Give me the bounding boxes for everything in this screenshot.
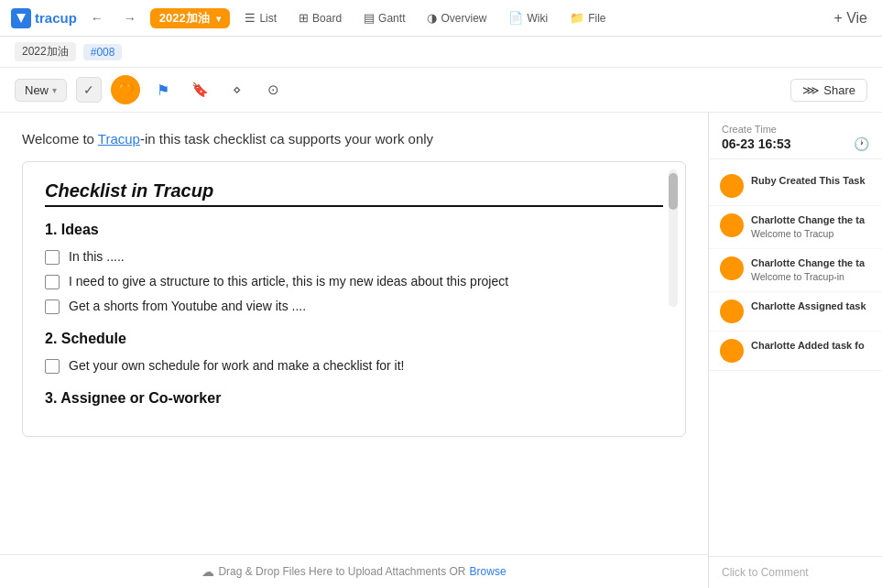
- activity-text-3: Charlotte Change the ta Welcome to Tracu…: [751, 256, 865, 284]
- activity-text-2: Charlotte Change the ta Welcome to Tracu…: [751, 213, 865, 241]
- file-icon: 📁: [570, 11, 584, 25]
- logo-text: tracup: [35, 10, 77, 26]
- activity-avatar-1: [720, 174, 744, 198]
- checklist-item-3: Get a shorts from Youtube and view its .…: [45, 299, 663, 314]
- tab-gantt[interactable]: ▤ Gantt: [356, 7, 412, 28]
- upload-text: Drag & Drop Files Here to Upload Attachm…: [218, 565, 465, 578]
- tab-board-label: Board: [312, 12, 342, 25]
- section-ideas-heading: 1. Ideas: [45, 222, 663, 238]
- back-button[interactable]: ←: [84, 5, 110, 31]
- checkbox-2[interactable]: [45, 275, 60, 289]
- checklist-item-3-text: Get a shorts from Youtube and view its .…: [69, 299, 306, 313]
- clock-icon[interactable]: 🕐: [854, 136, 869, 151]
- status-chevron-icon: ▾: [52, 85, 57, 95]
- activity-text-5: Charlotte Added task fo: [751, 339, 865, 353]
- content-panel: Welcome to Tracup-in this task checklist…: [0, 113, 708, 588]
- share-options-icon: ⋄: [233, 82, 241, 98]
- breadcrumb: 2022加油 #008: [0, 37, 882, 68]
- forward-button[interactable]: →: [117, 5, 143, 31]
- tab-file-label: File: [588, 12, 605, 25]
- activity-action-4: Charlotte Assigned task: [751, 299, 866, 313]
- list-icon: ☰: [245, 11, 256, 25]
- activity-detail-2: Welcome to Tracup: [751, 227, 865, 241]
- create-time-value: 06-23 16:53: [722, 136, 791, 151]
- right-sidebar: Create Time 06-23 16:53 🕐 Ruby Created T…: [708, 113, 882, 588]
- share-label: Share: [823, 83, 855, 97]
- activity-feed: Ruby Created This Task Charlotte Change …: [709, 159, 882, 556]
- tab-list[interactable]: ☰ List: [237, 7, 284, 28]
- more-icon: ⊙: [267, 82, 279, 98]
- app-logo[interactable]: tracup: [11, 8, 77, 28]
- checkbox-4[interactable]: [45, 359, 60, 374]
- main-area: Welcome to Tracup-in this task checklist…: [0, 113, 882, 588]
- tab-board[interactable]: ⊞ Board: [291, 7, 349, 28]
- activity-avatar-5: [720, 339, 744, 363]
- activity-avatar-3: [720, 256, 744, 280]
- tab-overview-label: Overview: [441, 12, 486, 25]
- activity-item-5: Charlotte Added task fo: [709, 332, 882, 371]
- activity-item-2: Charlotte Change the ta Welcome to Tracu…: [709, 206, 882, 249]
- wiki-icon: 📄: [508, 11, 523, 25]
- create-time-label: Create Time: [722, 124, 869, 135]
- activity-item-4: Charlotte Assigned task: [709, 292, 882, 332]
- activity-text-1: Ruby Created This Task: [751, 174, 866, 188]
- avatar-emoji: 🧡: [118, 82, 134, 97]
- overview-icon: ◑: [427, 11, 437, 25]
- share-icon: ⋙: [802, 83, 819, 97]
- create-time-row: 06-23 16:53 🕐: [722, 136, 869, 151]
- comment-placeholder: Click to Comment: [722, 566, 809, 579]
- checklist-title: Checklist in Tracup: [45, 180, 663, 207]
- activity-avatar-2: [720, 213, 744, 237]
- checkbox-3[interactable]: [45, 299, 60, 314]
- tab-gantt-label: Gantt: [378, 12, 405, 25]
- checklist-item-4: Get your own schedule for work and make …: [45, 358, 663, 374]
- content-body: Welcome to Tracup-in this task checklist…: [0, 113, 708, 554]
- tab-file[interactable]: 📁 File: [562, 7, 613, 28]
- task-toolbar: New ▾ ✓ 🧡 ⚑ 🔖 ⋄ ⊙ ⋙ Share: [0, 68, 882, 113]
- logo-icon: [11, 8, 31, 28]
- browse-link[interactable]: Browse: [470, 565, 506, 578]
- checklist-item-1: In this .....: [45, 249, 663, 265]
- upload-cloud-icon: ☁: [201, 564, 214, 579]
- gantt-icon: ▤: [364, 11, 375, 25]
- checkbox-1[interactable]: [45, 250, 60, 265]
- flag-icon: ⚑: [157, 82, 169, 99]
- scroll-indicator: [669, 169, 678, 307]
- tab-wiki[interactable]: 📄 Wiki: [501, 7, 555, 28]
- scroll-thumb: [669, 173, 678, 210]
- activity-avatar-4: [720, 299, 744, 323]
- tab-wiki-label: Wiki: [527, 12, 548, 25]
- top-navigation: tracup ← → 2022加油 ▾ ☰ List ⊞ Board ▤ Gan…: [0, 0, 882, 37]
- tracup-link[interactable]: Tracup: [98, 131, 140, 147]
- bookmark-icon: 🔖: [191, 82, 209, 98]
- add-view-button[interactable]: + Vie: [830, 6, 871, 30]
- tab-overview[interactable]: ◑ Overview: [419, 7, 494, 28]
- complete-button[interactable]: ✓: [76, 77, 102, 103]
- tab-list-label: List: [259, 12, 277, 25]
- checklist-item-4-text: Get your own schedule for work and make …: [69, 358, 405, 373]
- checklist-container: Checklist in Tracup 1. Ideas In this ...…: [22, 161, 686, 437]
- assignee-avatar[interactable]: 🧡: [111, 75, 140, 104]
- activity-name-1: Ruby Created This Task: [751, 174, 866, 188]
- activity-item-1: Ruby Created This Task: [709, 167, 882, 206]
- checklist-item-1-text: In this .....: [69, 249, 125, 264]
- status-button[interactable]: New ▾: [15, 79, 67, 102]
- checkmark-icon: ✓: [83, 82, 94, 97]
- activity-action-5: Charlotte Added task fo: [751, 339, 865, 353]
- board-icon: ⊞: [299, 11, 309, 25]
- more-button[interactable]: ⊙: [259, 76, 287, 103]
- welcome-message: Welcome to Tracup-in this task checklist…: [22, 131, 686, 147]
- breadcrumb-project[interactable]: 2022加油: [15, 42, 76, 61]
- comment-footer[interactable]: Click to Comment: [709, 556, 882, 588]
- project-chip[interactable]: 2022加油 ▾: [150, 8, 231, 28]
- flag-button[interactable]: ⚑: [149, 76, 177, 103]
- share-options-button[interactable]: ⋄: [223, 76, 250, 103]
- breadcrumb-task-id[interactable]: #008: [83, 44, 123, 60]
- upload-footer: ☁ Drag & Drop Files Here to Upload Attac…: [0, 554, 708, 588]
- checklist-item-2: I need to give a structure to this artic…: [45, 274, 663, 289]
- checklist-item-2-text: I need to give a structure to this artic…: [69, 274, 508, 289]
- share-button[interactable]: ⋙ Share: [790, 79, 867, 102]
- activity-action-2: Charlotte Change the ta: [751, 213, 865, 227]
- sidebar-header: Create Time 06-23 16:53 🕐: [709, 113, 882, 159]
- bookmark-button[interactable]: 🔖: [186, 76, 213, 103]
